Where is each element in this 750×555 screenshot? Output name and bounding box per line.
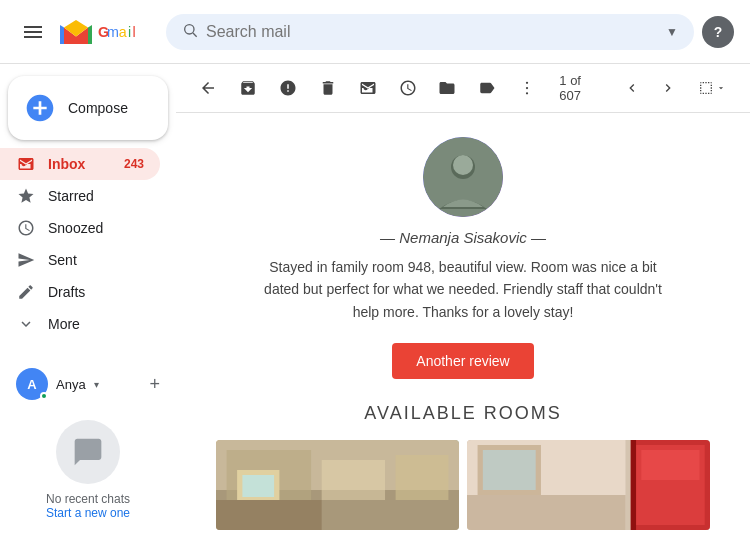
sent-label: Sent — [48, 252, 77, 268]
email-toolbar: 1 of 607 — [176, 64, 750, 113]
drafts-label: Drafts — [48, 284, 85, 300]
snooze-button[interactable] — [392, 72, 424, 104]
svg-point-10 — [526, 92, 528, 94]
no-chats-text: No recent chats — [46, 492, 130, 506]
review-section: — Nemanja Sisakovic — Stayed in family r… — [216, 137, 710, 379]
gmail-logo: G m a i l — [58, 14, 150, 50]
svg-line-7 — [193, 33, 197, 37]
grid-view-button[interactable] — [690, 76, 734, 100]
label-button[interactable] — [471, 72, 503, 104]
reviewer-avatar — [423, 137, 503, 217]
chat-bubble-icon — [56, 420, 120, 484]
help-button[interactable]: ? — [702, 16, 734, 48]
room-image-2 — [467, 440, 710, 530]
inbox-icon — [16, 154, 36, 174]
sidebar-item-starred[interactable]: Starred — [0, 180, 160, 212]
starred-label: Starred — [48, 188, 94, 204]
sidebar-item-drafts[interactable]: Drafts — [0, 276, 160, 308]
svg-point-6 — [185, 24, 194, 33]
room-images — [216, 440, 710, 530]
svg-rect-30 — [631, 440, 636, 530]
svg-text:i: i — [128, 24, 131, 40]
svg-text:m: m — [107, 24, 119, 40]
next-email-button[interactable] — [654, 74, 682, 102]
svg-point-9 — [526, 87, 528, 89]
delete-button[interactable] — [312, 72, 344, 104]
more-chevron-icon — [16, 314, 36, 334]
reviewer-name: — Nemanja Sisakovic — — [380, 229, 546, 246]
no-recent-chats-section: No recent chats Start a new one — [16, 404, 160, 528]
snoozed-label: Snoozed — [48, 220, 103, 236]
search-icon — [182, 22, 198, 42]
search-bar[interactable]: ▼ — [166, 14, 694, 50]
sidebar-item-sent[interactable]: Sent — [0, 244, 160, 276]
chat-caret-icon: ▾ — [94, 379, 99, 390]
drafts-icon — [16, 282, 36, 302]
main-layout: Compose Inbox 243 Starred Snoozed — [0, 64, 750, 555]
start-new-chat-link[interactable]: Start a new one — [46, 506, 130, 520]
svg-rect-18 — [396, 455, 449, 500]
chat-add-button[interactable]: + — [149, 374, 160, 395]
search-input[interactable] — [206, 23, 658, 41]
svg-rect-21 — [242, 475, 274, 497]
compose-button[interactable]: Compose — [8, 76, 168, 140]
inbox-label: Inbox — [48, 156, 85, 172]
back-button[interactable] — [192, 72, 224, 104]
svg-rect-26 — [467, 495, 625, 530]
sidebar-item-more[interactable]: More — [0, 308, 160, 340]
review-text: Stayed in family room 948, beautiful vie… — [253, 256, 673, 323]
svg-text:a: a — [119, 24, 127, 40]
svg-point-8 — [526, 82, 528, 84]
more-actions-button[interactable] — [511, 72, 543, 104]
sidebar-item-inbox[interactable]: Inbox 243 — [0, 148, 160, 180]
svg-point-13 — [453, 155, 473, 175]
online-indicator — [40, 392, 48, 400]
hamburger-menu[interactable] — [16, 15, 50, 49]
room-image-1 — [216, 440, 459, 530]
chat-user-name: Anya — [56, 377, 86, 392]
more-label: More — [48, 316, 80, 332]
mark-unread-button[interactable] — [352, 72, 384, 104]
sent-icon — [16, 250, 36, 270]
compose-plus-icon — [24, 92, 56, 124]
available-rooms-section: AVAILABLE ROOMS — [216, 403, 710, 530]
archive-button[interactable] — [232, 72, 264, 104]
spam-button[interactable] — [272, 72, 304, 104]
another-review-button[interactable]: Another review — [392, 343, 533, 379]
svg-rect-19 — [216, 500, 322, 530]
sidebar-item-snoozed[interactable]: Snoozed — [0, 212, 160, 244]
compose-label: Compose — [68, 100, 128, 116]
svg-text:l: l — [132, 24, 135, 40]
sidebar: Compose Inbox 243 Starred Snoozed — [0, 64, 176, 555]
svg-rect-25 — [483, 450, 536, 490]
svg-rect-17 — [322, 460, 385, 500]
move-to-button[interactable] — [432, 72, 464, 104]
snooze-icon — [16, 218, 36, 238]
search-dropdown-arrow[interactable]: ▼ — [666, 25, 678, 39]
available-rooms-title: AVAILABLE ROOMS — [216, 403, 710, 424]
page-info: 1 of 607 — [559, 73, 606, 103]
chat-section: A Anya ▾ + No recent chats Start a new o… — [0, 356, 176, 536]
email-body: — Nemanja Sisakovic — Stayed in family r… — [176, 113, 750, 555]
star-icon — [16, 186, 36, 206]
chat-user-row[interactable]: A Anya ▾ + — [16, 364, 160, 404]
prev-email-button[interactable] — [618, 74, 646, 102]
inbox-badge: 243 — [124, 157, 144, 171]
svg-rect-29 — [641, 450, 699, 480]
top-bar: G m a i l ▼ ? — [0, 0, 750, 64]
email-content-area: 1 of 607 — [176, 64, 750, 555]
chat-avatar: A — [16, 368, 48, 400]
